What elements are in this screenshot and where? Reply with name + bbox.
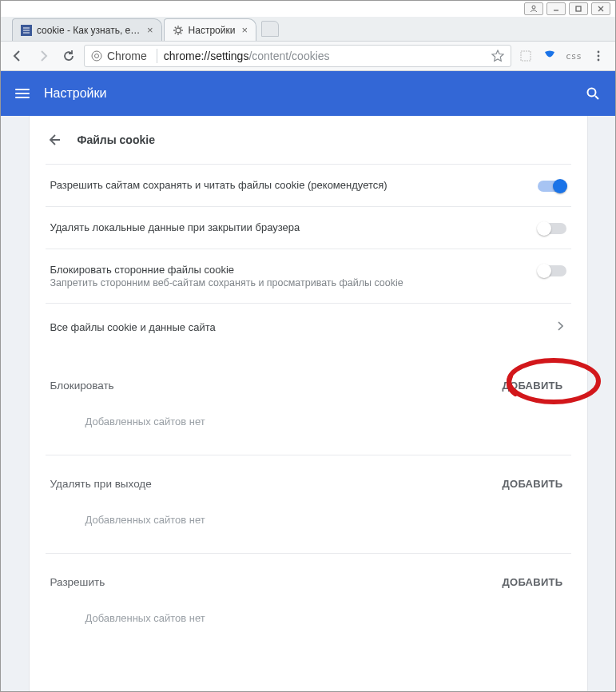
settings-title: Настройки	[44, 86, 106, 101]
tab-strip: cookie - Как узнать, есть × Настройки ×	[1, 17, 615, 41]
window-controls	[1, 1, 615, 17]
close-button[interactable]	[591, 2, 610, 15]
section-title: Удалять при выходе	[50, 478, 152, 490]
setting-block-third-party: Блокировать сторонние файлы cookie Запре…	[46, 249, 571, 303]
reload-button[interactable]	[58, 46, 79, 66]
toggle-clear-on-exit[interactable]	[538, 223, 566, 234]
new-tab-button[interactable]	[261, 21, 279, 37]
svg-point-15	[92, 51, 101, 61]
close-icon[interactable]: ×	[241, 24, 248, 36]
add-button-block[interactable]: ДОБАВИТЬ	[499, 375, 566, 396]
empty-message: Добавленных сайтов нет	[50, 593, 566, 645]
tab-label: Настройки	[189, 25, 236, 36]
svg-line-13	[174, 32, 175, 33]
divider	[157, 49, 157, 63]
setting-label: Удалять локальные данные при закрытии бр…	[50, 221, 525, 233]
svg-point-6	[176, 28, 181, 33]
chevron-right-icon	[557, 321, 566, 331]
url-text: chrome://settings/content/cookies	[164, 50, 330, 62]
svg-rect-17	[521, 51, 531, 61]
browser-toolbar: Chrome chrome://settings/content/cookies…	[1, 41, 615, 71]
chrome-icon	[91, 50, 102, 62]
svg-point-21	[588, 89, 596, 97]
extension-icon-css[interactable]: css	[564, 46, 583, 66]
search-icon[interactable]	[585, 86, 601, 101]
tab-cookie-question[interactable]: cookie - Как узнать, есть ×	[12, 18, 162, 41]
menu-button[interactable]	[588, 46, 609, 66]
section-title: Блокировать	[50, 380, 114, 392]
setting-allow-cookies: Разрешить сайтам сохранять и читать файл…	[46, 164, 571, 206]
empty-message: Добавленных сайтов нет	[50, 396, 566, 448]
toggle-block-third-party[interactable]	[538, 265, 566, 276]
user-button[interactable]	[524, 2, 543, 15]
page-title: Файлы cookie	[77, 133, 155, 146]
close-icon[interactable]: ×	[147, 24, 153, 36]
section-block: Блокировать ДОБАВИТЬ Добавленных сайтов …	[46, 357, 571, 448]
scheme-label: Chrome	[107, 50, 147, 62]
settings-header: Настройки	[1, 71, 615, 116]
breadcrumb: Файлы cookie	[46, 116, 571, 164]
back-button[interactable]	[7, 46, 28, 66]
setting-label: Разрешить сайтам сохранять и читать файл…	[50, 179, 525, 191]
section-title: Разрешить	[50, 576, 105, 588]
address-bar[interactable]: Chrome chrome://settings/content/cookies	[84, 45, 511, 67]
minimize-button[interactable]	[546, 2, 566, 15]
empty-message: Добавленных сайтов нет	[50, 495, 566, 547]
svg-line-12	[180, 32, 181, 33]
add-button-delete-on-exit[interactable]: ДОБАВИТЬ	[499, 473, 566, 495]
maximize-button[interactable]	[569, 2, 588, 15]
svg-point-20	[598, 59, 600, 62]
setting-all-cookies-link[interactable]: Все файлы cookie и данные сайта	[46, 303, 571, 351]
scheme-indicator: Chrome	[91, 50, 147, 62]
section-allow: Разрешить ДОБАВИТЬ Добавленных сайтов не…	[46, 553, 571, 645]
back-arrow-icon[interactable]	[46, 132, 62, 148]
stack-favicon-icon	[21, 25, 32, 36]
svg-line-22	[595, 96, 598, 99]
extension-icon-2[interactable]	[540, 46, 559, 66]
add-button-allow[interactable]: ДОБАВИТЬ	[499, 571, 566, 593]
gear-favicon-icon	[173, 25, 184, 36]
toggle-allow-cookies[interactable]	[538, 181, 566, 192]
settings-page: Файлы cookie Разрешить сайтам сохранять …	[1, 116, 615, 692]
setting-clear-on-exit: Удалять локальные данные при закрытии бр…	[46, 206, 571, 249]
svg-line-14	[180, 26, 181, 27]
svg-point-19	[598, 55, 600, 58]
setting-sublabel: Запретить сторонним веб-сайтам сохранять…	[50, 277, 525, 288]
menu-icon[interactable]	[15, 89, 30, 98]
svg-point-0	[532, 6, 535, 9]
forward-button[interactable]	[33, 46, 54, 66]
settings-card: Файлы cookie Разрешить сайтам сохранять …	[29, 116, 588, 692]
svg-point-16	[95, 54, 99, 58]
svg-rect-2	[576, 6, 581, 11]
setting-label: Все файлы cookie и данные сайта	[50, 321, 544, 333]
tab-label: cookie - Как узнать, есть	[37, 25, 141, 36]
tab-settings[interactable]: Настройки ×	[164, 18, 256, 41]
bookmark-star-icon[interactable]	[491, 50, 504, 62]
section-delete-on-exit: Удалять при выходе ДОБАВИТЬ Добавленных …	[46, 455, 571, 547]
extension-icon-1[interactable]	[516, 46, 535, 66]
svg-line-11	[174, 26, 175, 27]
setting-label: Блокировать сторонние файлы cookie	[50, 264, 525, 276]
svg-point-18	[598, 51, 600, 54]
